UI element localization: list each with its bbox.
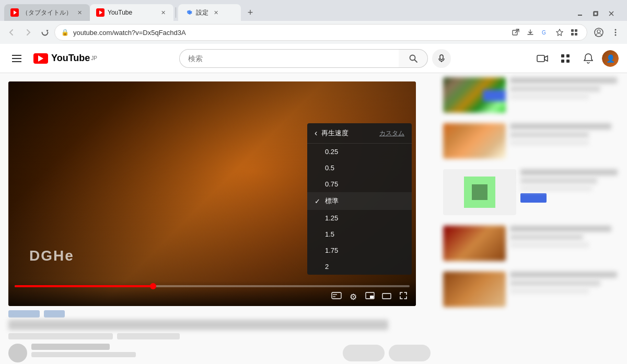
svg-rect-13: [571, 29, 574, 32]
speed-label-025: 0.25: [325, 148, 404, 156]
thumb-3-image: [443, 169, 516, 215]
svg-rect-29: [537, 55, 544, 62]
new-tab-button[interactable]: +: [243, 5, 258, 20]
search-bar: [179, 49, 451, 68]
thumb-5-image: [443, 272, 506, 307]
thumb-4-info: [510, 226, 623, 267]
sidebar-rec-1[interactable]: [443, 77, 623, 119]
speed-label-05: 0.5: [325, 164, 404, 172]
youtube-logo[interactable]: YouTubeJP: [33, 53, 97, 64]
notifications-bell-button[interactable]: [579, 49, 598, 68]
user-avatar[interactable]: 👤: [602, 50, 619, 67]
yt-play-triangle: [38, 55, 43, 62]
svg-rect-31: [561, 54, 564, 57]
star-icon[interactable]: [553, 26, 566, 39]
subtitles-icon-button[interactable]: [330, 292, 343, 301]
apps-grid-icon-button[interactable]: [556, 49, 575, 68]
thumb-5-info: [510, 272, 623, 313]
yt-header-right: 👤: [533, 49, 619, 68]
speed-item-025[interactable]: 0.25: [307, 144, 412, 160]
speed-back-button[interactable]: ‹: [315, 128, 317, 138]
forward-button[interactable]: [21, 25, 36, 40]
speed-item-15[interactable]: 1.5: [307, 226, 412, 242]
speed-item-2[interactable]: 2: [307, 259, 412, 275]
speed-item-normal[interactable]: ✓ 標準: [307, 192, 412, 210]
search-button[interactable]: [399, 49, 428, 68]
progress-bar[interactable]: [15, 285, 410, 287]
miniplayer-icon-button[interactable]: [364, 292, 376, 301]
back-button[interactable]: [4, 25, 19, 40]
browser-right-icons: [591, 25, 623, 40]
search-input[interactable]: [179, 49, 399, 68]
svg-marker-12: [556, 29, 563, 36]
tab3-close[interactable]: ✕: [212, 8, 220, 17]
profile-icon[interactable]: [591, 25, 606, 40]
video-player[interactable]: DGHe ‹ 再生速度 カスタム 0.25 0.5: [8, 81, 416, 306]
speed-item-125[interactable]: 1.25: [307, 210, 412, 226]
sidebar-rec-5[interactable]: [443, 272, 623, 313]
settings-icon-button[interactable]: ⚙: [347, 292, 359, 302]
address-bar[interactable]: 🔒 youtube.com/watch?v=Dx5qFachd3A G: [54, 24, 587, 41]
tab1-title: （タブタイトル）: [22, 8, 72, 17]
svg-rect-32: [566, 54, 570, 57]
speed-menu-header: ‹ 再生速度 カスタム: [307, 123, 412, 144]
yt-logo-text: YouTube: [51, 53, 90, 64]
speed-check-normal: ✓: [315, 197, 325, 205]
speed-item-175[interactable]: 1.75: [307, 242, 412, 259]
svg-point-18: [597, 30, 600, 33]
speed-item-075[interactable]: 0.75: [307, 176, 412, 192]
close-button[interactable]: [604, 6, 619, 21]
hamburger-menu-button[interactable]: [8, 50, 25, 67]
avatar-image: 👤: [602, 50, 619, 67]
download-icon[interactable]: [524, 26, 537, 39]
sidebar-rec-4[interactable]: [443, 226, 623, 267]
mic-button[interactable]: [432, 49, 451, 68]
thumb-3-info: [520, 169, 623, 221]
yt-main-content: DGHe ‹ 再生速度 カスタム 0.25 0.5: [0, 73, 627, 364]
yt-video-area: DGHe ‹ 再生速度 カスタム 0.25 0.5: [0, 73, 439, 364]
thumb-4-image: [443, 226, 506, 261]
sidebar-rec-2[interactable]: [443, 123, 623, 165]
svg-line-26: [414, 60, 417, 62]
minimize-button[interactable]: [573, 6, 587, 21]
speed-label-normal: 標準: [325, 196, 404, 206]
yt-header: YouTubeJP 👤: [0, 44, 627, 73]
speed-label-15: 1.5: [325, 230, 404, 238]
maximize-button[interactable]: [588, 6, 603, 21]
reload-button[interactable]: [38, 25, 52, 40]
address-actions: G: [509, 26, 580, 39]
tab1-close[interactable]: ✕: [75, 8, 84, 17]
svg-point-19: [615, 29, 617, 31]
tab-settings[interactable]: 設定 ✕: [178, 4, 241, 21]
camera-icon-button[interactable]: [533, 49, 552, 68]
tab2-favicon: [96, 8, 104, 17]
svg-rect-39: [370, 296, 374, 298]
progress-dot: [150, 283, 156, 289]
translate-icon[interactable]: G: [539, 26, 551, 39]
sidebar-rec-3[interactable]: [443, 169, 623, 221]
progress-fill: [15, 285, 153, 287]
speed-item-05[interactable]: 0.5: [307, 160, 412, 176]
tab-active-youtube[interactable]: YouTube ✕: [90, 4, 173, 21]
thumb-2-image: [443, 123, 506, 159]
tab-settings-title: 設定: [196, 8, 208, 17]
video-watermark: DGHe: [29, 248, 74, 264]
speed-label-075: 0.75: [325, 180, 404, 188]
tab-separator: [176, 7, 176, 18]
external-link-icon[interactable]: [509, 26, 522, 39]
more-menu-icon[interactable]: [608, 25, 623, 40]
speed-custom-button[interactable]: カスタム: [379, 129, 404, 138]
svg-marker-30: [544, 56, 548, 61]
speed-label-175: 1.75: [325, 246, 404, 254]
theater-mode-button[interactable]: [380, 292, 393, 301]
extensions-icon[interactable]: [568, 26, 580, 39]
fullscreen-button[interactable]: [397, 291, 410, 302]
tab2-close[interactable]: ✕: [159, 8, 167, 17]
yt-logo-jp: JP: [91, 55, 97, 61]
svg-rect-35: [332, 292, 341, 299]
thumb-2-info: [510, 123, 623, 165]
speed-label-125: 1.25: [325, 214, 404, 222]
tab-inactive-1[interactable]: （タブタイトル） ✕: [4, 4, 90, 21]
yt-logo-icon: [33, 53, 48, 64]
svg-rect-10: [513, 30, 517, 35]
